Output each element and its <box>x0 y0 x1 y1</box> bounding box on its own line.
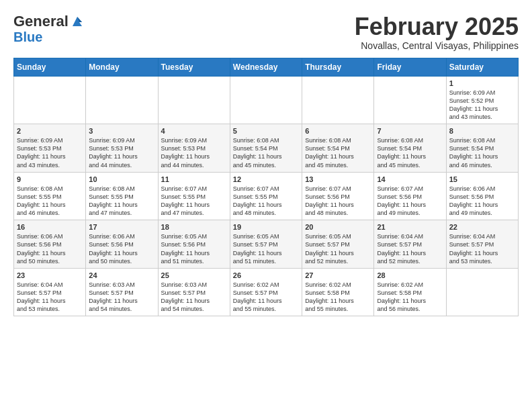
day-info: Sunrise: 6:07 AM Sunset: 5:55 PM Dayligh… <box>161 185 227 218</box>
day-info: Sunrise: 6:03 AM Sunset: 5:57 PM Dayligh… <box>161 281 227 314</box>
calendar-week-1: 1Sunrise: 6:09 AM Sunset: 5:52 PM Daylig… <box>14 76 519 124</box>
day-info: Sunrise: 6:04 AM Sunset: 5:57 PM Dayligh… <box>377 232 443 265</box>
logo-general: General <box>13 13 69 30</box>
day-number: 28 <box>377 271 443 279</box>
day-number: 10 <box>89 175 154 183</box>
calendar-cell: 16Sunrise: 6:06 AM Sunset: 5:56 PM Dayli… <box>14 220 86 269</box>
day-number: 2 <box>17 127 83 135</box>
calendar-cell: 19Sunrise: 6:05 AM Sunset: 5:57 PM Dayli… <box>230 220 302 269</box>
calendar-cell: 6Sunrise: 6:08 AM Sunset: 5:54 PM Daylig… <box>302 124 374 173</box>
day-info: Sunrise: 6:07 AM Sunset: 5:55 PM Dayligh… <box>233 185 299 218</box>
day-number: 21 <box>377 223 443 231</box>
day-number: 13 <box>305 175 371 183</box>
calendar-cell: 20Sunrise: 6:05 AM Sunset: 5:57 PM Dayli… <box>302 220 374 269</box>
day-number: 16 <box>17 223 83 231</box>
day-number: 24 <box>89 271 154 279</box>
calendar-cell: 9Sunrise: 6:08 AM Sunset: 5:55 PM Daylig… <box>14 172 86 220</box>
calendar-cell: 7Sunrise: 6:08 AM Sunset: 5:54 PM Daylig… <box>374 124 446 173</box>
calendar-cell <box>374 76 446 124</box>
day-info: Sunrise: 6:04 AM Sunset: 5:57 PM Dayligh… <box>17 281 83 314</box>
day-number: 9 <box>17 175 83 183</box>
weekday-header-monday: Monday <box>86 58 158 76</box>
weekday-header-thursday: Thursday <box>302 58 374 76</box>
calendar-cell: 27Sunrise: 6:02 AM Sunset: 5:58 PM Dayli… <box>302 268 374 316</box>
calendar-cell: 24Sunrise: 6:03 AM Sunset: 5:57 PM Dayli… <box>86 268 158 316</box>
day-info: Sunrise: 6:05 AM Sunset: 5:57 PM Dayligh… <box>233 232 299 265</box>
day-number: 19 <box>233 223 299 231</box>
day-number: 22 <box>449 223 515 231</box>
calendar-week-5: 23Sunrise: 6:04 AM Sunset: 5:57 PM Dayli… <box>14 268 519 316</box>
location-title: Novallas, Central Visayas, Philippines <box>355 40 519 51</box>
month-title: February 2025 <box>355 13 519 40</box>
day-number: 7 <box>377 127 443 135</box>
calendar-cell: 5Sunrise: 6:08 AM Sunset: 5:54 PM Daylig… <box>230 124 302 173</box>
calendar-cell: 2Sunrise: 6:09 AM Sunset: 5:53 PM Daylig… <box>14 124 86 173</box>
day-info: Sunrise: 6:08 AM Sunset: 5:55 PM Dayligh… <box>89 185 154 218</box>
calendar-cell: 12Sunrise: 6:07 AM Sunset: 5:55 PM Dayli… <box>230 172 302 220</box>
day-info: Sunrise: 6:09 AM Sunset: 5:53 PM Dayligh… <box>89 136 154 169</box>
day-number: 15 <box>449 175 515 183</box>
day-info: Sunrise: 6:09 AM Sunset: 5:53 PM Dayligh… <box>161 136 227 169</box>
calendar-week-3: 9Sunrise: 6:08 AM Sunset: 5:55 PM Daylig… <box>14 172 519 220</box>
day-number: 5 <box>233 127 299 135</box>
day-info: Sunrise: 6:02 AM Sunset: 5:58 PM Dayligh… <box>377 281 443 314</box>
day-info: Sunrise: 6:06 AM Sunset: 5:56 PM Dayligh… <box>89 232 154 265</box>
day-info: Sunrise: 6:05 AM Sunset: 5:57 PM Dayligh… <box>305 232 371 265</box>
day-number: 25 <box>161 271 227 279</box>
day-info: Sunrise: 6:02 AM Sunset: 5:57 PM Dayligh… <box>233 281 299 314</box>
weekday-header-sunday: Sunday <box>14 58 86 76</box>
calendar-cell: 26Sunrise: 6:02 AM Sunset: 5:57 PM Dayli… <box>230 268 302 316</box>
calendar-cell: 13Sunrise: 6:07 AM Sunset: 5:56 PM Dayli… <box>302 172 374 220</box>
day-number: 4 <box>161 127 227 135</box>
calendar-cell: 22Sunrise: 6:04 AM Sunset: 5:57 PM Dayli… <box>446 220 518 269</box>
day-number: 17 <box>89 223 154 231</box>
calendar-cell: 10Sunrise: 6:08 AM Sunset: 5:55 PM Dayli… <box>86 172 158 220</box>
calendar-cell <box>14 76 86 124</box>
day-info: Sunrise: 6:08 AM Sunset: 5:54 PM Dayligh… <box>233 136 299 169</box>
weekday-header-row: SundayMondayTuesdayWednesdayThursdayFrid… <box>14 58 519 76</box>
calendar-cell: 21Sunrise: 6:04 AM Sunset: 5:57 PM Dayli… <box>374 220 446 269</box>
day-info: Sunrise: 6:07 AM Sunset: 5:56 PM Dayligh… <box>305 185 371 218</box>
calendar-cell: 18Sunrise: 6:05 AM Sunset: 5:56 PM Dayli… <box>158 220 230 269</box>
day-number: 1 <box>449 79 515 87</box>
calendar-cell: 11Sunrise: 6:07 AM Sunset: 5:55 PM Dayli… <box>158 172 230 220</box>
day-number: 11 <box>161 175 227 183</box>
day-info: Sunrise: 6:04 AM Sunset: 5:57 PM Dayligh… <box>449 232 515 265</box>
calendar-cell <box>302 76 374 124</box>
day-number: 23 <box>17 271 83 279</box>
day-info: Sunrise: 6:07 AM Sunset: 5:56 PM Dayligh… <box>377 185 443 218</box>
day-info: Sunrise: 6:02 AM Sunset: 5:58 PM Dayligh… <box>305 281 371 314</box>
calendar-cell: 25Sunrise: 6:03 AM Sunset: 5:57 PM Dayli… <box>158 268 230 316</box>
day-number: 18 <box>161 223 227 231</box>
calendar-cell <box>86 76 158 124</box>
day-info: Sunrise: 6:06 AM Sunset: 5:56 PM Dayligh… <box>17 232 83 265</box>
weekday-header-friday: Friday <box>374 58 446 76</box>
title-section: February 2025 Novallas, Central Visayas,… <box>355 13 519 51</box>
day-info: Sunrise: 6:09 AM Sunset: 5:53 PM Dayligh… <box>17 136 83 169</box>
calendar-cell: 1Sunrise: 6:09 AM Sunset: 5:52 PM Daylig… <box>446 76 518 124</box>
weekday-header-saturday: Saturday <box>446 58 518 76</box>
day-info: Sunrise: 6:09 AM Sunset: 5:52 PM Dayligh… <box>449 89 515 122</box>
day-info: Sunrise: 6:08 AM Sunset: 5:55 PM Dayligh… <box>17 185 83 218</box>
calendar-cell <box>446 268 518 316</box>
day-info: Sunrise: 6:08 AM Sunset: 5:54 PM Dayligh… <box>377 136 443 169</box>
day-number: 26 <box>233 271 299 279</box>
calendar-cell: 14Sunrise: 6:07 AM Sunset: 5:56 PM Dayli… <box>374 172 446 220</box>
day-number: 14 <box>377 175 443 183</box>
day-number: 8 <box>449 127 515 135</box>
day-info: Sunrise: 6:08 AM Sunset: 5:54 PM Dayligh… <box>305 136 371 169</box>
day-number: 12 <box>233 175 299 183</box>
calendar-cell <box>158 76 230 124</box>
calendar-week-4: 16Sunrise: 6:06 AM Sunset: 5:56 PM Dayli… <box>14 220 519 269</box>
calendar-cell: 28Sunrise: 6:02 AM Sunset: 5:58 PM Dayli… <box>374 268 446 316</box>
day-info: Sunrise: 6:06 AM Sunset: 5:56 PM Dayligh… <box>449 185 515 218</box>
page-header: General Blue February 2025 Novallas, Cen… <box>13 13 519 51</box>
logo-icon <box>70 14 85 29</box>
calendar-cell: 4Sunrise: 6:09 AM Sunset: 5:53 PM Daylig… <box>158 124 230 173</box>
calendar: SundayMondayTuesdayWednesdayThursdayFrid… <box>13 58 519 317</box>
calendar-week-2: 2Sunrise: 6:09 AM Sunset: 5:53 PM Daylig… <box>14 124 519 173</box>
day-number: 20 <box>305 223 371 231</box>
weekday-header-tuesday: Tuesday <box>158 58 230 76</box>
day-number: 6 <box>305 127 371 135</box>
calendar-cell: 23Sunrise: 6:04 AM Sunset: 5:57 PM Dayli… <box>14 268 86 316</box>
